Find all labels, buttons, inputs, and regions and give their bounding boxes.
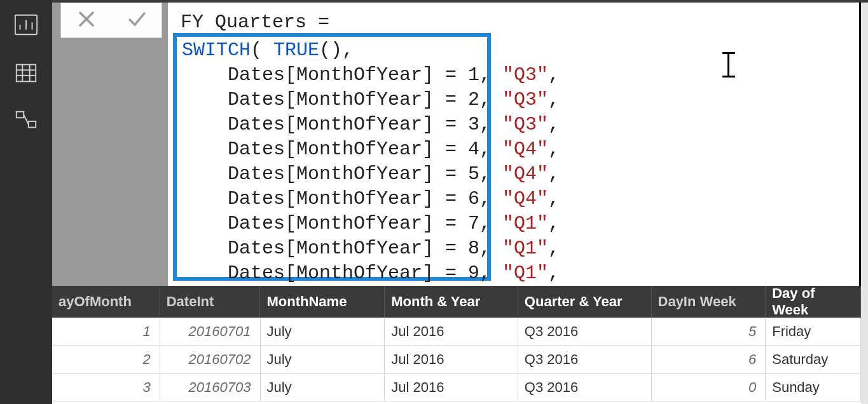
model-view-button[interactable] bbox=[13, 108, 39, 135]
svg-rect-9 bbox=[17, 112, 24, 118]
cell: Saturday bbox=[766, 346, 861, 374]
cancel-formula-button[interactable] bbox=[76, 9, 97, 32]
svg-rect-4 bbox=[17, 65, 36, 82]
formula-bar-gutter bbox=[52, 3, 168, 286]
col-header-dayofmonth[interactable]: ayOfMonth bbox=[52, 286, 160, 318]
col-header-monthname[interactable]: MonthName bbox=[260, 286, 385, 318]
cell: 20160702 bbox=[160, 346, 261, 374]
table-row[interactable]: 3 20160703 July Jul 2016 Q3 2016 0 Sunda… bbox=[52, 374, 861, 401]
table-row[interactable]: 1 20160701 July Jul 2016 Q3 2016 5 Frida… bbox=[52, 318, 861, 346]
table-header-row: ayOfMonth DateInt MonthName Month & Year… bbox=[52, 286, 861, 318]
svg-rect-10 bbox=[29, 121, 36, 128]
cell: 1 bbox=[52, 318, 160, 346]
col-header-dayofweek[interactable]: Day of Week bbox=[766, 286, 861, 318]
relationship-icon bbox=[14, 109, 38, 133]
cell: July bbox=[261, 318, 385, 346]
close-icon bbox=[76, 9, 97, 29]
cell: 0 bbox=[652, 374, 766, 401]
chart-bar-icon bbox=[14, 13, 38, 37]
dax-switch-keyword: SWITCH bbox=[182, 39, 251, 61]
cell: Q3 2016 bbox=[518, 346, 652, 374]
col-header-dateint[interactable]: DateInt bbox=[160, 286, 261, 318]
col-header-monthyear[interactable]: Month & Year bbox=[385, 286, 518, 318]
vertical-scrollbar[interactable] bbox=[861, 3, 868, 404]
left-nav-rail bbox=[0, 0, 52, 404]
col-header-dayinweek[interactable]: DayIn Week bbox=[652, 286, 766, 318]
text-cursor bbox=[727, 52, 730, 77]
cell: Q3 2016 bbox=[518, 374, 652, 401]
cell: July bbox=[261, 346, 385, 374]
formula-measure-declaration: FY Quarters = bbox=[181, 11, 329, 33]
table-grid-icon bbox=[14, 61, 38, 85]
dax-true-function: TRUE bbox=[273, 39, 319, 61]
cell: Jul 2016 bbox=[385, 318, 518, 346]
cell: 2 bbox=[52, 346, 160, 374]
cell: 5 bbox=[652, 318, 766, 346]
commit-formula-button[interactable] bbox=[127, 9, 147, 32]
cell: Q3 2016 bbox=[518, 318, 652, 346]
data-view-button[interactable] bbox=[13, 60, 39, 86]
table-row[interactable]: 2 20160702 July Jul 2016 Q3 2016 6 Satur… bbox=[52, 346, 861, 374]
col-header-quarteryear[interactable]: Quarter & Year bbox=[518, 286, 652, 318]
check-icon bbox=[127, 9, 147, 29]
data-grid[interactable]: ayOfMonth DateInt MonthName Month & Year… bbox=[52, 286, 861, 404]
cell: July bbox=[261, 374, 385, 401]
cell: Jul 2016 bbox=[385, 374, 518, 401]
svg-line-11 bbox=[24, 115, 29, 125]
formula-bar-controls bbox=[60, 3, 162, 38]
cell: Jul 2016 bbox=[385, 346, 518, 374]
formula-code-block: SWITCH( TRUE(), Dates[MonthOfYear] = 1, … bbox=[182, 38, 560, 286]
cell: 20160701 bbox=[160, 318, 261, 346]
cell: 20160703 bbox=[160, 374, 261, 401]
cell: 3 bbox=[52, 374, 160, 401]
cell: Friday bbox=[766, 318, 861, 346]
cell: Sunday bbox=[766, 374, 861, 401]
report-view-button[interactable] bbox=[13, 11, 39, 38]
formula-editor[interactable]: FY Quarters = SWITCH( TRUE(), Dates[Mont… bbox=[168, 3, 859, 286]
cell: 6 bbox=[652, 346, 766, 374]
